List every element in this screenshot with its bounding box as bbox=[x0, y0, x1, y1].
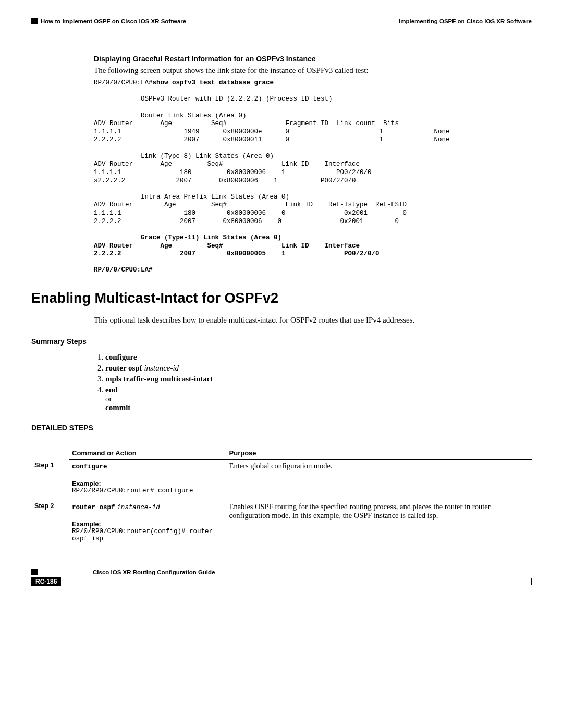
summary-step: configure bbox=[105, 353, 532, 362]
summary-step: router ospf instance-id bbox=[105, 364, 532, 373]
step-command-arg: instance-id bbox=[117, 504, 160, 511]
type8-header: ADV Router Age Seq# Link ID Interface bbox=[94, 161, 360, 168]
example-code: RP/0/RP0/CPU0:router# configure bbox=[72, 487, 223, 495]
grace-title: Grace (Type-11) Link States (Area 0) bbox=[94, 234, 282, 241]
multicast-intro: This optional task describes how to enab… bbox=[94, 316, 532, 325]
step-cmd: end bbox=[105, 386, 117, 394]
summary-step: mpls traffic-eng multicast-intact bbox=[105, 375, 532, 384]
step-arg: instance-id bbox=[144, 364, 179, 372]
step-number: Step 1 bbox=[31, 460, 69, 500]
summary-steps-heading: Summary Steps bbox=[31, 337, 532, 346]
step-purpose: Enables OSPF routing for the specified r… bbox=[226, 500, 532, 548]
grace-row: 2.2.2.2 2007 0x80000005 1 PO0/2/0/0 bbox=[94, 250, 380, 257]
header-rule bbox=[31, 26, 532, 26]
step-command: router ospf bbox=[72, 504, 115, 511]
router-link-row: 2.2.2.2 2007 0x80000011 0 1 None bbox=[94, 136, 450, 143]
table-row: Step 1 configure Example: RP/0/RP0/CPU0:… bbox=[31, 460, 532, 500]
grace-header: ADV Router Age Seq# Link ID Interface bbox=[94, 242, 360, 250]
step-or: or bbox=[105, 394, 112, 403]
section-breadcrumb: How to Implement OSPF on Cisco IOS XR So… bbox=[41, 18, 186, 24]
crop-tick bbox=[531, 578, 532, 585]
step-cmd: commit bbox=[105, 403, 130, 412]
graceful-restart-intro: The following screen output shows the li… bbox=[94, 66, 532, 75]
step-cmd: router ospf bbox=[105, 364, 142, 372]
step-cmd: configure bbox=[105, 353, 137, 361]
chapter-title: Implementing OSPF on Cisco IOS XR Softwa… bbox=[399, 18, 532, 24]
detailed-steps-table: Command or Action Purpose Step 1 configu… bbox=[31, 447, 532, 548]
detailed-steps-heading: DETAILED STEPS bbox=[31, 424, 532, 432]
command: show ospfv3 test database grace bbox=[153, 79, 274, 87]
page-footer: Cisco IOS XR Routing Configuration Guide… bbox=[31, 569, 532, 586]
col-purpose: Purpose bbox=[226, 447, 532, 460]
type8-row: 1.1.1.1 180 0x80000006 1 PO0/2/0/0 bbox=[94, 169, 372, 176]
footer-marker bbox=[31, 569, 38, 575]
page-header: How to Implement OSPF on Cisco IOS XR So… bbox=[31, 18, 532, 24]
page-number: RC-186 bbox=[31, 577, 61, 586]
intra-area-row: 1.1.1.1 180 0x80000006 0 0x2001 0 bbox=[94, 209, 407, 217]
footer-guide-title: Cisco IOS XR Routing Configuration Guide bbox=[93, 569, 215, 575]
example-label: Example: bbox=[72, 521, 223, 528]
example-label: Example: bbox=[72, 480, 223, 487]
step-cmd: mpls traffic-eng multicast-intact bbox=[105, 375, 213, 383]
col-command: Command or Action bbox=[69, 447, 226, 460]
intra-area-header: ADV Router Age Seq# Link ID Ref-lstype R… bbox=[94, 201, 407, 208]
intra-area-row: 2.2.2.2 2007 0x80000006 0 0x2001 0 bbox=[94, 218, 399, 225]
router-link-header: ADV Router Age Seq# Fragment ID Link cou… bbox=[94, 120, 399, 127]
multicast-intact-heading: Enabling Multicast-Intact for OSPFv2 bbox=[31, 290, 532, 306]
table-row: Step 2 router ospf instance-id Example: … bbox=[31, 500, 532, 548]
terminal-output: RP/0/0/CPU0:LA#show ospfv3 test database… bbox=[94, 79, 532, 275]
step-command: configure bbox=[72, 463, 107, 471]
step-purpose: Enters global configuration mode. bbox=[226, 460, 532, 500]
router-link-states-title: Router Link States (Area 0) bbox=[94, 112, 247, 119]
graceful-restart-heading: Displaying Graceful Restart Information … bbox=[94, 55, 532, 63]
summary-steps-list: configure router ospf instance-id mpls t… bbox=[94, 353, 532, 412]
type8-row: s2.2.2.2 2007 0x80000006 1 PO0/2/0/0 bbox=[94, 177, 356, 184]
example-code: RP/0/RP0/CPU0:router(config)# router osp… bbox=[72, 528, 223, 542]
step-number: Step 2 bbox=[31, 500, 69, 548]
prompt: RP/0/0/CPU0:LA# bbox=[94, 79, 153, 87]
intra-area-title: Intra Area Prefix Link States (Area 0) bbox=[94, 193, 289, 201]
router-id-line: OSPFv3 Router with ID (2.2.2.2) (Process… bbox=[94, 95, 333, 103]
trailing-prompt: RP/0/0/CPU0:LA# bbox=[94, 266, 153, 274]
router-link-row: 1.1.1.1 1949 0x8000000e 0 1 None bbox=[94, 128, 450, 135]
header-marker bbox=[31, 18, 38, 24]
summary-step: endorcommit bbox=[105, 386, 532, 412]
type8-title: Link (Type-8) Link States (Area 0) bbox=[94, 153, 274, 160]
